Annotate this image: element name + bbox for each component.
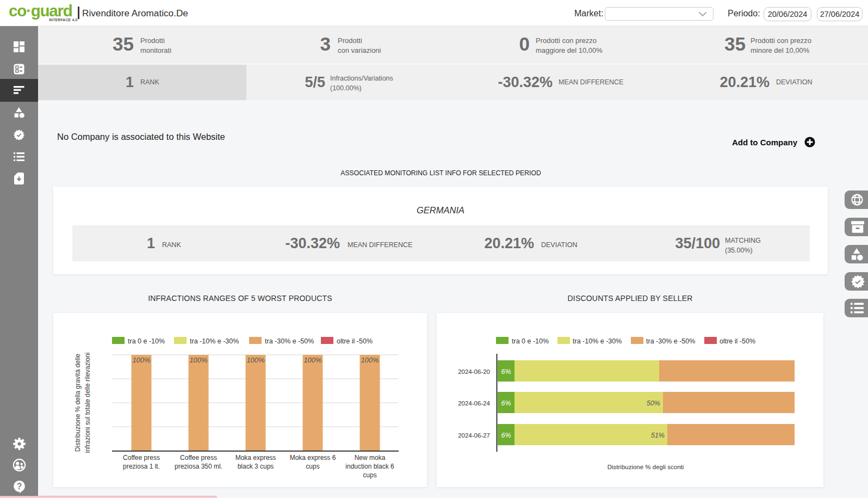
- svg-text:2024-06-24: 2024-06-24: [458, 400, 490, 407]
- svg-text:Coffee press: Coffee press: [180, 454, 217, 462]
- svg-text:tra 0 e -10%: tra 0 e -10%: [512, 337, 549, 345]
- svg-text:51%: 51%: [651, 432, 665, 439]
- svg-text:cups: cups: [363, 471, 376, 479]
- svg-text:tra -10% e -30%: tra -10% e -30%: [190, 337, 239, 345]
- svg-text:Distribuzione % degli sconti: Distribuzione % degli sconti: [607, 464, 684, 470]
- svg-text:2024-06-20: 2024-06-20: [458, 368, 490, 375]
- svg-text:tra -10% e -30%: tra -10% e -30%: [573, 337, 622, 345]
- svg-text:cups: cups: [306, 463, 319, 470]
- svg-text:oltre il -50%: oltre il -50%: [337, 337, 373, 345]
- svg-text:induction black 6: induction black 6: [345, 463, 394, 470]
- svg-text:tra -30% e -50%: tra -30% e -50%: [265, 337, 314, 345]
- svg-text:preziosa 1 lt.: preziosa 1 lt.: [123, 463, 160, 470]
- svg-text:100%: 100%: [361, 356, 379, 364]
- svg-text:tra -30% e -50%: tra -30% e -50%: [646, 337, 695, 345]
- svg-text:Coffee press: Coffee press: [123, 454, 160, 462]
- svg-text:100%: 100%: [189, 356, 207, 364]
- svg-text:100%: 100%: [246, 356, 264, 364]
- svg-text:2024-06-27: 2024-06-27: [458, 432, 490, 439]
- svg-text:?: ?: [16, 481, 22, 490]
- svg-text:Distribuzione % della gravità: Distribuzione % della gravità delle: [74, 354, 82, 452]
- svg-text:tra 0 e -10%: tra 0 e -10%: [128, 337, 165, 345]
- svg-text:100%: 100%: [132, 356, 150, 364]
- svg-text:oltre il -50%: oltre il -50%: [720, 337, 755, 345]
- svg-text:black 3 cups: black 3 cups: [238, 463, 274, 470]
- svg-text:New moka: New moka: [355, 454, 386, 462]
- svg-text:6%: 6%: [501, 368, 511, 376]
- svg-text:Moka express: Moka express: [235, 454, 276, 462]
- svg-text:100%: 100%: [303, 356, 321, 364]
- svg-text:6%: 6%: [501, 399, 511, 407]
- svg-text:6%: 6%: [501, 432, 511, 439]
- svg-text:50%: 50%: [647, 399, 660, 407]
- svg-text:preziosa 350 ml.: preziosa 350 ml.: [175, 463, 222, 470]
- svg-text:Moka express 6: Moka express 6: [290, 454, 336, 462]
- svg-text:infrazioni sul totale delle ri: infrazioni sul totale delle rilevazioni: [84, 353, 91, 453]
